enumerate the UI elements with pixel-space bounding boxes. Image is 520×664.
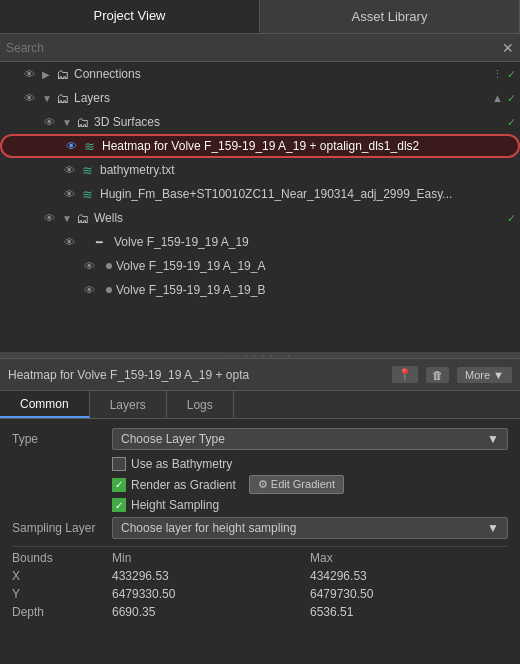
depth-values: 6690.35 6536.51 — [112, 605, 508, 619]
clear-search-icon[interactable]: ✕ — [502, 40, 514, 56]
sampling-layer-value: Choose layer for height sampling ▼ — [112, 517, 508, 539]
type-value: Choose Layer Type ▼ — [112, 428, 508, 450]
panel-tab-layers[interactable]: Layers — [90, 391, 167, 418]
resize-dots-icon: · · · · · · · · — [228, 351, 291, 360]
bathymetry-row: Use as Bathymetry — [12, 457, 508, 471]
tree-row-volve-main[interactable]: 👁 ━ Volve F_159-19_19 A_19 — [0, 230, 520, 254]
type-select[interactable]: Choose Layer Type ▼ — [112, 428, 508, 450]
bounds-label: Bounds — [12, 551, 112, 565]
depth-min: 6690.35 — [112, 605, 310, 619]
eye-icon[interactable]: 👁 — [64, 236, 82, 248]
form-row-type: Type Choose Layer Type ▼ — [12, 427, 508, 451]
bathymetry-label: Use as Bathymetry — [131, 457, 232, 471]
delete-button[interactable]: 🗑 — [426, 367, 449, 383]
y-max: 6479730.50 — [310, 587, 508, 601]
expand-icon[interactable]: ▼ — [42, 93, 56, 104]
render-gradient-row: ✓ Render as Gradient ⚙ Edit Gradient — [12, 475, 508, 494]
tree-row-layers[interactable]: 👁 ▼ 🗂 Layers ▲ ✓ — [0, 86, 520, 110]
folder-icon: 🗂 — [56, 91, 74, 106]
row-label: Wells — [94, 211, 507, 225]
row-label: Volve F_159-19_19 A_19 — [114, 235, 520, 249]
bathymetry-checkbox[interactable] — [112, 457, 126, 471]
tree-row-bathymetry[interactable]: 👁 ≋ bathymetry.txt — [0, 158, 520, 182]
tree-view: 👁 ▶ 🗂 Connections ⋮ ✓ 👁 ▼ 🗂 Layers ▲ ✓ 👁… — [0, 62, 520, 352]
eye-icon[interactable]: 👁 — [24, 92, 42, 104]
folder-icon: 🗂 — [56, 67, 74, 82]
eye-icon[interactable]: 👁 — [24, 68, 42, 80]
x-max: 434296.53 — [310, 569, 508, 583]
expand-icon[interactable]: ▶ — [42, 69, 56, 80]
layer-icon: ≋ — [84, 139, 102, 154]
folder-icon: 🗂 — [76, 211, 94, 226]
row-actions: ✓ — [507, 116, 520, 129]
tree-row-volve-a[interactable]: 👁 Volve F_159-19_19 A_19_A — [0, 254, 520, 278]
form-content: Type Choose Layer Type ▼ Use as Bathymet… — [0, 419, 520, 631]
tree-row-hugin[interactable]: 👁 ≋ Hugin_Fm_Base+ST10010ZC11_Near_19031… — [0, 182, 520, 206]
tree-row-heatmap[interactable]: 👁 ≋ Heatmap for Volve F_159-19_19 A_19 +… — [0, 134, 520, 158]
form-row-sampling-layer: Sampling Layer Choose layer for height s… — [12, 516, 508, 540]
layer-icon: ≋ — [82, 163, 100, 178]
y-min: 6479330.50 — [112, 587, 310, 601]
y-values: 6479330.50 6479730.50 — [112, 587, 508, 601]
row-actions: ▲ ✓ — [492, 92, 520, 105]
eye-icon[interactable]: 👁 — [44, 116, 62, 128]
min-col-header: Min — [112, 551, 310, 565]
row-actions: ⋮ ✓ — [492, 68, 520, 81]
bathymetry-checkbox-item: Use as Bathymetry — [112, 457, 232, 471]
depth-max: 6536.51 — [310, 605, 508, 619]
max-col-header: Max — [310, 551, 508, 565]
panel-header: Heatmap for Volve F_159-19_19 A_19 + opt… — [0, 359, 520, 391]
eye-icon[interactable]: 👁 — [64, 188, 82, 200]
height-sampling-checkbox-item: ✓ Height Sampling — [112, 498, 219, 512]
x-min: 433296.53 — [112, 569, 310, 583]
sampling-layer-select[interactable]: Choose layer for height sampling ▼ — [112, 517, 508, 539]
row-label: Hugin_Fm_Base+ST10010ZC11_Near_190314_ad… — [100, 187, 520, 201]
edit-gradient-button[interactable]: ⚙ Edit Gradient — [249, 475, 344, 494]
bounds-row-y: Y 6479330.50 6479730.50 — [12, 587, 508, 601]
search-input[interactable] — [6, 41, 502, 55]
panel-tabs: Common Layers Logs — [0, 391, 520, 419]
render-gradient-checkbox[interactable]: ✓ — [112, 478, 126, 492]
eye-icon[interactable]: 👁 — [84, 284, 102, 296]
eye-icon[interactable]: 👁 — [84, 260, 102, 272]
tree-row-connections[interactable]: 👁 ▶ 🗂 Connections ⋮ ✓ — [0, 62, 520, 86]
layer-icon: ≋ — [82, 187, 100, 202]
type-label: Type — [12, 432, 112, 446]
row-label: Layers — [74, 91, 492, 105]
row-label: Connections — [74, 67, 492, 81]
tree-row-wells[interactable]: 👁 ▼ 🗂 Wells ✓ — [0, 206, 520, 230]
expand-icon[interactable]: ▼ — [62, 117, 76, 128]
tree-row-volve-b[interactable]: 👁 Volve F_159-19_19 A_19_B — [0, 278, 520, 302]
well-icon: ━ — [96, 236, 114, 249]
panel-title: Heatmap for Volve F_159-19_19 A_19 + opt… — [8, 368, 384, 382]
panel-tab-common[interactable]: Common — [0, 391, 90, 418]
top-tabs-bar: Project View Asset Library — [0, 0, 520, 34]
render-gradient-checkbox-item: ✓ Render as Gradient ⚙ Edit Gradient — [112, 475, 344, 494]
bounds-cols: Min Max — [112, 551, 508, 565]
divider — [12, 546, 508, 547]
x-values: 433296.53 434296.53 — [112, 569, 508, 583]
tree-row-3d-surfaces[interactable]: 👁 ▼ 🗂 3D Surfaces ✓ — [0, 110, 520, 134]
height-sampling-checkbox[interactable]: ✓ — [112, 498, 126, 512]
height-sampling-label: Height Sampling — [131, 498, 219, 512]
y-label: Y — [12, 587, 112, 601]
search-bar: ✕ — [0, 34, 520, 62]
row-label: Volve F_159-19_19 A_19_A — [112, 259, 520, 273]
location-button[interactable]: 📍 — [392, 366, 418, 383]
tab-asset-library[interactable]: Asset Library — [260, 0, 520, 33]
folder-icon: 🗂 — [76, 115, 94, 130]
eye-icon[interactable]: 👁 — [64, 164, 82, 176]
x-label: X — [12, 569, 112, 583]
height-sampling-row: ✓ Height Sampling — [12, 498, 508, 512]
render-gradient-label: Render as Gradient — [131, 478, 236, 492]
eye-icon[interactable]: 👁 — [66, 140, 84, 152]
row-label: 3D Surfaces — [94, 115, 507, 129]
row-actions: ✓ — [507, 212, 520, 225]
expand-icon[interactable]: ▼ — [62, 213, 76, 224]
more-button[interactable]: More ▼ — [457, 367, 512, 383]
bounds-row-depth: Depth 6690.35 6536.51 — [12, 605, 508, 619]
panel-tab-logs[interactable]: Logs — [167, 391, 234, 418]
tab-project-view[interactable]: Project View — [0, 0, 260, 33]
eye-icon[interactable]: 👁 — [44, 212, 62, 224]
row-label: bathymetry.txt — [100, 163, 520, 177]
